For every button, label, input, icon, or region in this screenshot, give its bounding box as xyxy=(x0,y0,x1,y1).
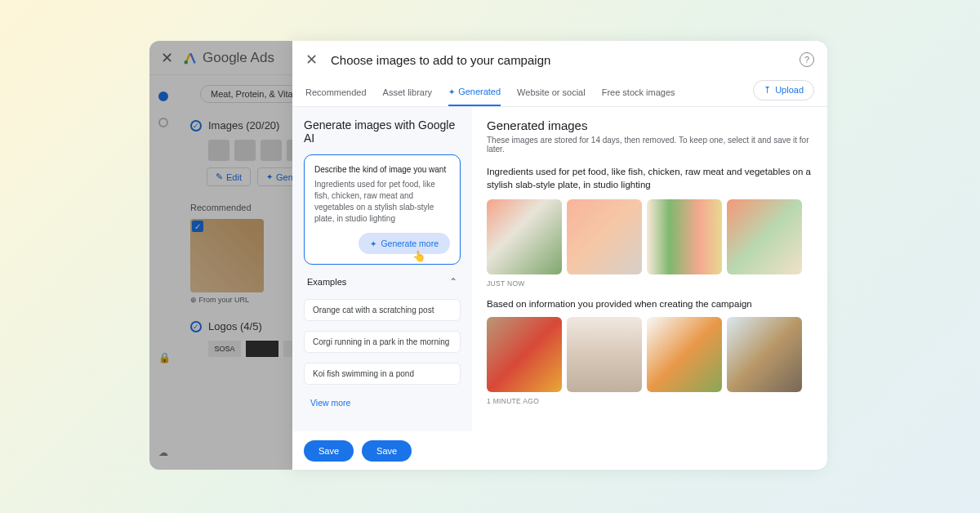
upload-icon: ⤒ xyxy=(764,85,771,96)
svg-point-0 xyxy=(185,60,189,65)
generate-panel: Generate images with Google AI Describe … xyxy=(292,107,472,431)
edit-button[interactable]: ✎Edit xyxy=(207,167,251,186)
sparkle-icon: ✦ xyxy=(448,87,455,96)
cloud-icon: ☁ xyxy=(158,447,168,458)
tab-recommended[interactable]: Recommended xyxy=(305,79,367,105)
save-button[interactable]: Save xyxy=(304,440,354,462)
generated-image[interactable] xyxy=(487,199,562,274)
save-button[interactable]: Save xyxy=(362,440,412,462)
checkbox-checked-icon[interactable]: ✓ xyxy=(192,221,203,232)
generate-more-button[interactable]: ✦ Generate more 👆 xyxy=(359,233,450,254)
example-prompt[interactable]: Koi fish swimming in a pond xyxy=(304,363,461,385)
timestamp: 1 minute ago xyxy=(487,397,813,405)
logo-thumb[interactable]: SOSA xyxy=(208,341,241,357)
logo-thumb[interactable] xyxy=(246,341,278,357)
example-prompt[interactable]: Corgi running in a park in the morning xyxy=(304,331,461,353)
modal-footer: Save Save xyxy=(292,431,827,470)
tab-bar: Recommended Asset library ✦Generated Web… xyxy=(292,78,827,107)
examples-toggle[interactable]: Examples ⌃ xyxy=(304,274,461,289)
sparkle-icon: ✦ xyxy=(266,172,273,181)
step-icon-current xyxy=(158,118,168,127)
image-picker-modal: ✕ Choose images to add to your campaign … xyxy=(292,41,827,470)
generate-title: Generate images with Google AI xyxy=(304,118,461,145)
pencil-icon: ✎ xyxy=(216,172,223,182)
category-chip[interactable]: Meat, Protein, & Vita xyxy=(200,85,304,103)
images-section-title: Images (20/20) xyxy=(208,119,279,132)
prompt-input[interactable]: Ingredients used for pet food, like fish… xyxy=(314,179,450,225)
app-logo: Google Ads xyxy=(183,50,274,66)
lock-icon: 🔒 xyxy=(158,352,171,364)
google-ads-icon xyxy=(183,51,198,65)
generated-image[interactable] xyxy=(727,317,802,392)
modal-title: Choose images to add to your campaign xyxy=(331,53,786,67)
generated-image[interactable] xyxy=(567,199,642,274)
step-icon-done xyxy=(158,91,168,101)
sparkle-icon: ✦ xyxy=(370,239,376,248)
upload-button[interactable]: ⤒Upload xyxy=(753,80,814,100)
app-name: Google Ads xyxy=(203,50,274,66)
view-more-link[interactable]: View more xyxy=(304,395,461,411)
generated-image[interactable] xyxy=(487,317,562,392)
prompt-label: Describe the kind of image you want xyxy=(314,165,450,174)
generated-image[interactable] xyxy=(727,199,802,274)
tab-website[interactable]: Website or social xyxy=(517,79,586,105)
timestamp: Just now xyxy=(487,279,813,288)
results-panel: Generated images These images are stored… xyxy=(472,107,827,431)
recommended-image[interactable]: ✓ xyxy=(190,219,264,292)
generated-image[interactable] xyxy=(567,317,642,392)
tab-free-stock[interactable]: Free stock images xyxy=(602,79,675,105)
close-icon[interactable]: ✕ xyxy=(161,49,173,67)
image-thumb[interactable] xyxy=(234,140,256,161)
help-icon[interactable]: ? xyxy=(800,52,814,67)
results-subtitle: These images are stored for 14 days, the… xyxy=(487,136,813,154)
tab-asset-library[interactable]: Asset library xyxy=(383,79,433,105)
results-title: Generated images xyxy=(487,118,813,132)
close-icon[interactable]: ✕ xyxy=(305,51,318,69)
prompt-card: Describe the kind of image you want Ingr… xyxy=(304,154,461,265)
campaign-heading: Based on information you provided when c… xyxy=(487,299,813,309)
image-thumb[interactable] xyxy=(208,140,229,161)
tab-generated[interactable]: ✦Generated xyxy=(448,78,501,106)
generated-image[interactable] xyxy=(647,199,722,274)
generated-image[interactable] xyxy=(647,317,722,392)
check-icon: ✓ xyxy=(190,120,202,132)
cursor-icon: 👆 xyxy=(412,250,425,262)
check-icon: ✓ xyxy=(190,321,202,332)
logos-section-title: Logos (4/5) xyxy=(208,320,262,332)
example-prompt[interactable]: Orange cat with a scratching post xyxy=(304,299,461,321)
chevron-up-icon: ⌃ xyxy=(449,276,457,288)
image-thumb[interactable] xyxy=(261,140,282,161)
prompt-echo: Ingredients used for pet food, like fish… xyxy=(487,165,813,191)
